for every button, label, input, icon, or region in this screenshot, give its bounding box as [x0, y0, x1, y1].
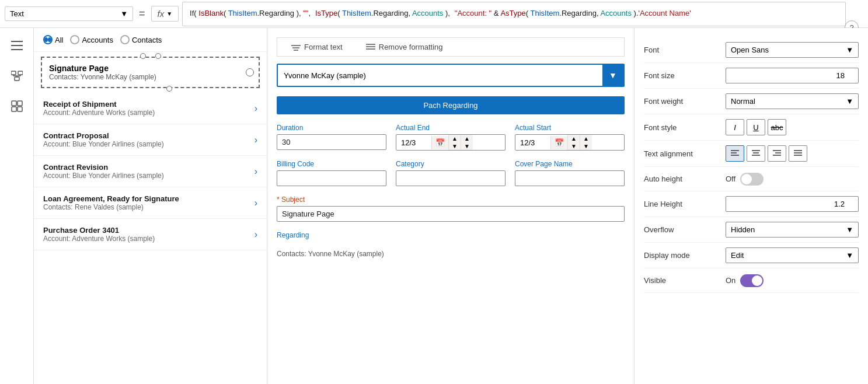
duration-input[interactable] — [277, 134, 386, 150]
overflow-select[interactable]: Hidden ▼ — [726, 222, 859, 238]
actual-end-input[interactable] — [396, 135, 431, 150]
font-value: Open Sans — [731, 46, 769, 54]
time-up-icon[interactable]: ▲ — [449, 135, 461, 142]
display-mode-value: Edit — [731, 251, 744, 260]
actual-start-input[interactable] — [515, 135, 550, 150]
list-item-arrow-icon: › — [255, 103, 257, 114]
contact-selector-row: Yvonne McKay (sample) ▼ — [277, 64, 625, 87]
right-panel: Font Open Sans ▼ Font size Font weight N… — [635, 28, 868, 384]
font-style-property-row: Font style I U abc — [644, 114, 859, 141]
line-height-property-row: Line Height — [644, 191, 859, 217]
time-up-icon-2[interactable]: ▲ — [461, 135, 473, 142]
billing-code-field: Billing Code — [277, 160, 386, 186]
chevron-down-icon: ▼ — [120, 9, 128, 18]
auto-height-toggle[interactable] — [740, 173, 764, 186]
font-size-property-row: Font size — [644, 63, 859, 89]
drag-handle-top-left[interactable] — [140, 53, 146, 59]
filter-radio-group: All Accounts Contacts — [43, 35, 162, 44]
line-height-input[interactable] — [726, 196, 859, 212]
formula-display[interactable]: If( IsBlank( ThisItem.Regarding ), "", I… — [182, 2, 846, 26]
line-height-label: Line Height — [644, 200, 726, 208]
filter-contacts[interactable]: Contacts — [120, 35, 162, 44]
time-down-icon-3[interactable]: ▼ — [568, 142, 580, 150]
category-label: Category — [396, 160, 506, 168]
display-mode-select[interactable]: Edit ▼ — [726, 247, 859, 263]
svg-rect-11 — [12, 101, 16, 106]
actual-end-label: Actual End — [396, 124, 506, 132]
svg-rect-14 — [18, 107, 22, 111]
regarding-row: Regarding Contacts: Yvonne McKay (sample… — [277, 231, 625, 258]
cover-page-name-input[interactable] — [515, 170, 625, 186]
sidebar-tree-icon[interactable] — [6, 65, 27, 86]
category-input[interactable] — [396, 170, 506, 186]
format-bar: Format text Remove formatting — [277, 37, 625, 57]
font-property-row: Font Open Sans ▼ — [644, 37, 859, 63]
filter-accounts[interactable]: Accounts — [70, 35, 113, 44]
overflow-property-row: Overflow Hidden ▼ — [644, 217, 859, 243]
svg-rect-12 — [18, 101, 22, 106]
contact-select-wrapper[interactable]: Yvonne McKay (sample) ▼ — [277, 64, 625, 87]
sidebar-menu-icon[interactable] — [6, 35, 27, 56]
billing-row: Billing Code Category Cover Page Name — [277, 160, 625, 186]
subject-input[interactable] — [277, 206, 625, 222]
list-items-container: Receipt of Shipment Account: Adventure W… — [34, 93, 267, 384]
drag-handle-right[interactable] — [246, 68, 254, 76]
filter-row: All Accounts Contacts — [34, 28, 267, 52]
font-size-input[interactable] — [726, 68, 859, 83]
list-item[interactable]: Loan Agreement, Ready for Signature Cont… — [34, 187, 267, 219]
pach-regarding-button[interactable]: Pach Regarding — [277, 96, 625, 114]
list-item[interactable]: Contract Proposal Account: Blue Yonder A… — [34, 124, 267, 156]
remove-formatting-button[interactable]: Remove formatting — [361, 40, 448, 54]
list-item[interactable]: Receipt of Shipment Account: Adventure W… — [34, 93, 267, 124]
time-down-icon-4[interactable]: ▼ — [580, 142, 592, 150]
calendar-icon[interactable]: 📅 — [431, 136, 448, 149]
time-down-icon[interactable]: ▼ — [449, 142, 461, 150]
contact-select-dropdown-button[interactable]: ▼ — [602, 65, 623, 86]
list-item-arrow-icon: › — [255, 198, 257, 208]
chevron-down-icon: ▼ — [609, 71, 617, 80]
regarding-value: Contacts: Yvonne McKay (sample) — [277, 250, 625, 258]
radio-all — [43, 35, 53, 44]
underline-button[interactable]: U — [747, 119, 765, 135]
actual-start-datetime[interactable]: 📅 ▲ ▼ ▲ ▼ — [515, 134, 625, 151]
signature-page-card[interactable]: Signature Page Contacts: Yvonne McKay (s… — [41, 57, 260, 88]
drag-handle-bottom[interactable] — [166, 86, 172, 92]
font-weight-value: Normal — [731, 97, 755, 106]
visible-toggle[interactable] — [740, 274, 764, 287]
drag-handle-top-right[interactable] — [155, 53, 161, 59]
font-size-label: Font size — [644, 71, 726, 80]
sidebar-components-icon[interactable] — [6, 96, 27, 117]
align-right-button[interactable] — [768, 145, 786, 162]
time-down-icon-2[interactable]: ▼ — [461, 142, 473, 150]
font-weight-select[interactable]: Normal ▼ — [726, 93, 859, 109]
align-justify-button[interactable] — [789, 145, 807, 162]
format-text-label: Format text — [304, 43, 343, 51]
align-left-button[interactable] — [726, 145, 744, 162]
billing-code-input[interactable] — [277, 170, 386, 186]
list-item[interactable]: Contract Revision Account: Blue Yonder A… — [34, 156, 267, 187]
list-item[interactable]: Purchase Order 3401 Account: Adventure W… — [34, 219, 267, 250]
strikethrough-button[interactable]: abc — [768, 119, 786, 135]
filter-all[interactable]: All — [43, 35, 63, 44]
subject-label: * Subject — [277, 196, 625, 204]
visible-property-row: Visible On — [644, 268, 859, 293]
list-item-arrow-icon: › — [255, 166, 257, 177]
time-up-icon-4[interactable]: ▲ — [580, 135, 592, 142]
italic-button[interactable]: I — [726, 119, 744, 135]
date-fields-row: Duration Actual End 📅 ▲ ▼ ▲ ▼ — [277, 124, 625, 151]
time-up-icon-3[interactable]: ▲ — [568, 135, 580, 142]
list-item-arrow-icon: › — [255, 135, 257, 145]
actual-end-datetime[interactable]: 📅 ▲ ▼ ▲ ▼ — [396, 134, 506, 151]
left-panel: All Accounts Contacts Signature Page Con… — [34, 28, 267, 384]
text-property-selector[interactable]: Text ▼ — [5, 6, 133, 21]
chevron-down-icon-fx: ▼ — [166, 11, 172, 17]
fx-button[interactable]: fx ▼ — [151, 6, 179, 22]
remove-formatting-label: Remove formatting — [379, 43, 443, 51]
middle-panel: Format text Remove formatting Yvonne McK… — [267, 28, 635, 384]
font-select[interactable]: Open Sans ▼ — [726, 42, 859, 58]
duration-label: Duration — [277, 124, 386, 132]
align-center-button[interactable] — [747, 145, 765, 162]
format-text-icon — [291, 43, 301, 51]
format-text-button[interactable]: Format text — [287, 40, 347, 54]
calendar-icon-2[interactable]: 📅 — [550, 136, 567, 149]
